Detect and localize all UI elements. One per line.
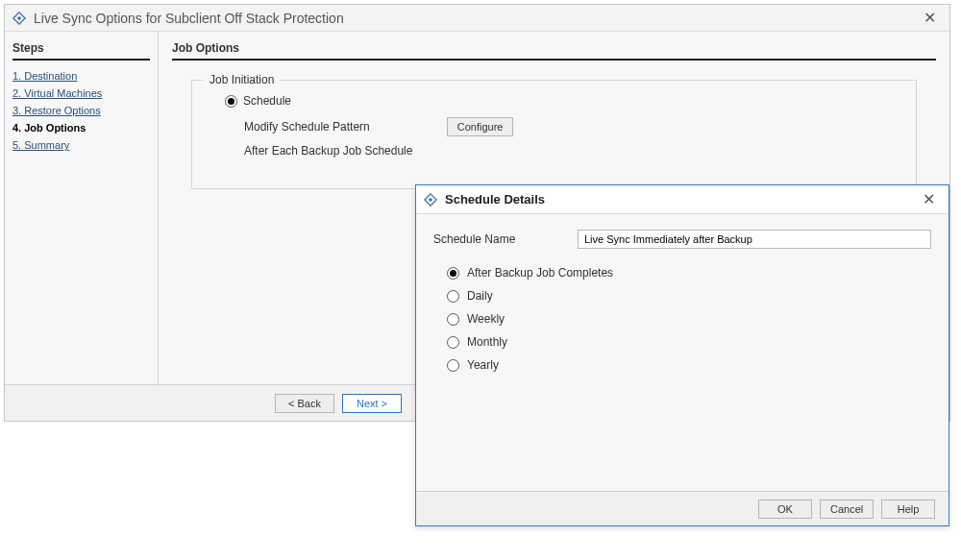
svg-point-3 xyxy=(429,198,432,202)
app-logo-icon xyxy=(12,12,26,25)
close-icon[interactable]: ✕ xyxy=(918,9,942,27)
dialog-body: Schedule Name After Backup Job Completes… xyxy=(416,214,949,491)
cancel-button[interactable]: Cancel xyxy=(820,499,874,519)
wizard-titlebar: Live Sync Options for Subclient Off Stac… xyxy=(5,5,949,32)
freq-weekly[interactable]: Weekly xyxy=(447,312,931,326)
schedule-details-dialog: Schedule Details ✕ Schedule Name After B… xyxy=(415,184,949,526)
next-button[interactable]: Next > xyxy=(342,394,402,413)
modify-schedule-label: Modify Schedule Pattern xyxy=(244,120,370,134)
freq-monthly[interactable]: Monthly xyxy=(447,335,931,349)
step-restore-options[interactable]: 3. Restore Options xyxy=(12,105,150,116)
close-icon[interactable]: ✕ xyxy=(917,190,941,208)
dialog-titlebar: Schedule Details ✕ xyxy=(416,185,949,214)
radio-icon xyxy=(447,359,459,372)
dialog-footer: OK Cancel Help xyxy=(416,491,949,525)
radio-icon xyxy=(447,267,459,280)
wizard-title: Live Sync Options for Subclient Off Stac… xyxy=(34,11,918,26)
schedule-radio[interactable]: Schedule xyxy=(225,94,897,108)
svg-point-1 xyxy=(17,16,21,20)
job-initiation-fieldset: Job Initiation Schedule Modify Schedule … xyxy=(191,80,917,189)
freq-label: Yearly xyxy=(467,358,499,372)
help-button[interactable]: Help xyxy=(881,499,935,519)
back-button[interactable]: < Back xyxy=(275,394,334,413)
modify-schedule-row: Modify Schedule Pattern Configure xyxy=(244,117,897,136)
radio-icon xyxy=(447,290,459,303)
freq-label: After Backup Job Completes xyxy=(467,266,613,280)
step-destination[interactable]: 1. Destination xyxy=(12,70,150,82)
app-logo-icon xyxy=(424,193,437,207)
schedule-name-input[interactable] xyxy=(578,230,931,249)
configure-button[interactable]: Configure xyxy=(447,117,514,136)
schedule-name-label: Schedule Name xyxy=(433,232,578,246)
dialog-title: Schedule Details xyxy=(445,192,917,207)
radio-icon xyxy=(225,95,237,108)
freq-label: Daily xyxy=(467,289,493,303)
ok-button[interactable]: OK xyxy=(758,499,812,519)
after-backup-label: After Each Backup Job Schedule xyxy=(244,144,412,158)
steps-panel: Steps 1. Destination 2. Virtual Machines… xyxy=(5,32,159,384)
freq-after-backup[interactable]: After Backup Job Completes xyxy=(447,266,931,280)
schedule-name-row: Schedule Name xyxy=(433,230,931,249)
steps-header: Steps xyxy=(12,41,150,61)
step-virtual-machines[interactable]: 2. Virtual Machines xyxy=(12,87,150,99)
section-header: Job Options xyxy=(172,41,936,61)
radio-icon xyxy=(447,336,459,349)
freq-label: Monthly xyxy=(467,335,507,349)
step-job-options[interactable]: 4. Job Options xyxy=(12,122,150,134)
after-backup-row: After Each Backup Job Schedule xyxy=(244,144,897,158)
job-initiation-legend: Job Initiation xyxy=(204,73,280,86)
step-summary[interactable]: 5. Summary xyxy=(12,139,150,151)
schedule-radio-label: Schedule xyxy=(243,94,291,108)
freq-daily[interactable]: Daily xyxy=(447,289,931,303)
radio-icon xyxy=(447,313,459,326)
freq-yearly[interactable]: Yearly xyxy=(447,358,931,372)
freq-label: Weekly xyxy=(467,312,505,326)
